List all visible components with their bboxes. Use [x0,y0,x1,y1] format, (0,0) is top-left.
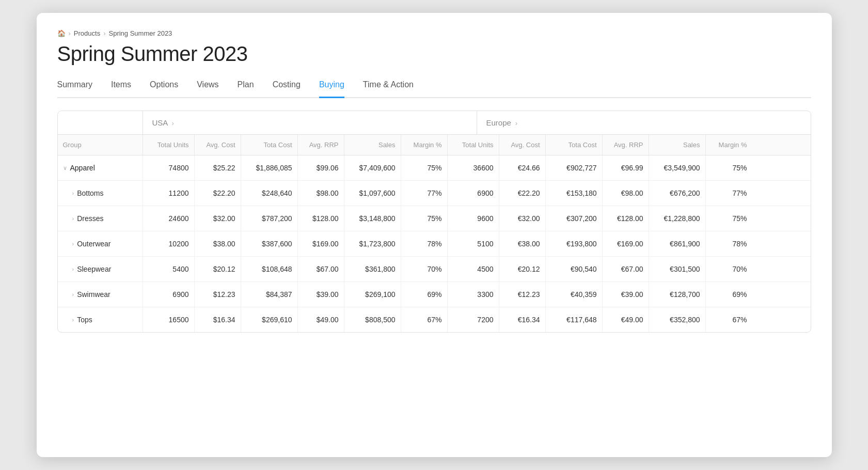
cell-eu-avgrrp: €39.00 [603,282,649,307]
tab-time-action[interactable]: Time & Action [363,80,414,98]
cell-usa-avgcost: $25.22 [195,155,241,180]
expand-icon[interactable]: › [72,291,74,297]
cell-usa-units: 6900 [143,282,195,307]
col-header-usa-units: Total Units [143,135,195,155]
cell-eu-avgrrp: €67.00 [603,257,649,281]
cell-eu-totcost: €193,800 [546,231,603,256]
table-row: › Bottoms 11200 $22.20 $248,640 $98.00 $… [58,181,811,206]
cell-usa-sales: $1,723,800 [344,231,401,256]
cell-eu-units: 6900 [448,181,499,206]
cell-eu-avgcost: €32.00 [499,206,546,231]
cell-usa-avgrrp: $169.00 [298,231,344,256]
col-header-group: Group [58,135,143,155]
cell-usa-totcost: $269,610 [241,307,298,332]
main-window: 🏠 › Products › Spring Summer 2023 Spring… [37,13,832,457]
cell-eu-margin: 75% [706,155,752,180]
cell-eu-units: 9600 [448,206,499,231]
cell-eu-avgcost: €22.20 [499,181,546,206]
cell-group-name: ∨ Apparel [58,155,143,180]
cell-eu-sales: €128,700 [649,282,706,307]
cell-group-name: › Tops [58,307,143,332]
tab-plan[interactable]: Plan [238,80,254,98]
cell-eu-margin: 75% [706,206,752,231]
expand-icon[interactable]: › [72,241,74,247]
table-row: ∨ Apparel 74800 $25.22 $1,886,085 $99.06… [58,155,811,181]
cell-eu-totcost: €153,180 [546,181,603,206]
region-usa-arrow: › [172,120,174,127]
cell-eu-units: 7200 [448,307,499,332]
breadcrumb-products[interactable]: Products [74,29,100,37]
buying-table: USA › Europe › Group Total Units Avg. Co… [57,111,811,333]
region-usa[interactable]: USA › [143,111,477,134]
cell-eu-avgrrp: €96.99 [603,155,649,180]
tab-items[interactable]: Items [111,80,131,98]
cell-usa-sales: $1,097,600 [344,181,401,206]
cell-usa-margin: 75% [401,155,448,180]
cell-usa-units: 74800 [143,155,195,180]
cell-eu-avgrrp: €98.00 [603,181,649,206]
tab-buying[interactable]: Buying [319,80,344,98]
col-header-usa-totcost: Tota Cost [241,135,298,155]
table-row: › Swimwear 6900 $12.23 $84,387 $39.00 $2… [58,282,811,307]
region-europe-label: Europe [486,118,511,127]
cell-usa-units: 11200 [143,181,195,206]
cell-usa-sales: $7,409,600 [344,155,401,180]
expand-icon[interactable]: › [72,317,74,323]
data-rows: ∨ Apparel 74800 $25.22 $1,886,085 $99.06… [58,155,811,332]
cell-usa-avgrrp: $128.00 [298,206,344,231]
expand-icon[interactable]: › [72,190,74,196]
tab-summary[interactable]: Summary [57,80,92,98]
cell-eu-avgcost: €38.00 [499,231,546,256]
tab-costing[interactable]: Costing [273,80,301,98]
group-label: Tops [77,316,92,324]
breadcrumb: 🏠 › Products › Spring Summer 2023 [57,29,811,37]
cell-usa-totcost: $84,387 [241,282,298,307]
cell-usa-avgcost: $12.23 [195,282,241,307]
col-header-eu-avgcost: Avg. Cost [499,135,546,155]
group-label: Dresses [77,214,103,223]
col-header-eu-avgrrp: Avg. RRP [603,135,649,155]
cell-eu-totcost: €902,727 [546,155,603,180]
breadcrumb-sep-2: › [103,29,105,37]
cell-usa-margin: 77% [401,181,448,206]
cell-eu-avgcost: €20.12 [499,257,546,281]
table-row: › Outerwear 10200 $38.00 $387,600 $169.0… [58,231,811,257]
cell-eu-sales: €301,500 [649,257,706,281]
cell-group-name: › Outerwear [58,231,143,256]
cell-usa-totcost: $787,200 [241,206,298,231]
tabs-nav: Summary Items Options Views Plan Costing… [57,80,811,98]
cell-eu-avgrrp: €49.00 [603,307,649,332]
home-icon[interactable]: 🏠 [57,29,66,37]
cell-usa-totcost: $108,648 [241,257,298,281]
cell-group-name: › Dresses [58,206,143,231]
cell-usa-sales: $269,100 [344,282,401,307]
cell-usa-margin: 69% [401,282,448,307]
expand-icon[interactable]: ∨ [63,165,67,171]
breadcrumb-sep-1: › [69,29,71,37]
expand-icon[interactable]: › [72,215,74,222]
cell-eu-units: 5100 [448,231,499,256]
cell-eu-sales: €861,900 [649,231,706,256]
cell-usa-avgrrp: $99.06 [298,155,344,180]
col-header-eu-sales: Sales [649,135,706,155]
cell-eu-margin: 67% [706,307,752,332]
cell-usa-totcost: $1,886,085 [241,155,298,180]
region-header-row: USA › Europe › [58,111,811,135]
cell-usa-avgcost: $32.00 [195,206,241,231]
cell-usa-totcost: $248,640 [241,181,298,206]
col-header-usa-avgrrp: Avg. RRP [298,135,344,155]
table-row: › Sleepwear 5400 $20.12 $108,648 $67.00 … [58,257,811,282]
region-europe[interactable]: Europe › [477,111,811,134]
cell-usa-avgcost: $16.34 [195,307,241,332]
breadcrumb-current: Spring Summer 2023 [109,29,172,37]
expand-icon[interactable]: › [72,266,74,272]
tab-options[interactable]: Options [150,80,178,98]
cell-usa-units: 24600 [143,206,195,231]
cell-eu-margin: 78% [706,231,752,256]
cell-usa-avgrrp: $98.00 [298,181,344,206]
cell-eu-totcost: €40,359 [546,282,603,307]
cell-eu-avgcost: €16.34 [499,307,546,332]
tab-views[interactable]: Views [197,80,218,98]
cell-usa-avgrrp: $39.00 [298,282,344,307]
group-label: Apparel [70,164,95,172]
